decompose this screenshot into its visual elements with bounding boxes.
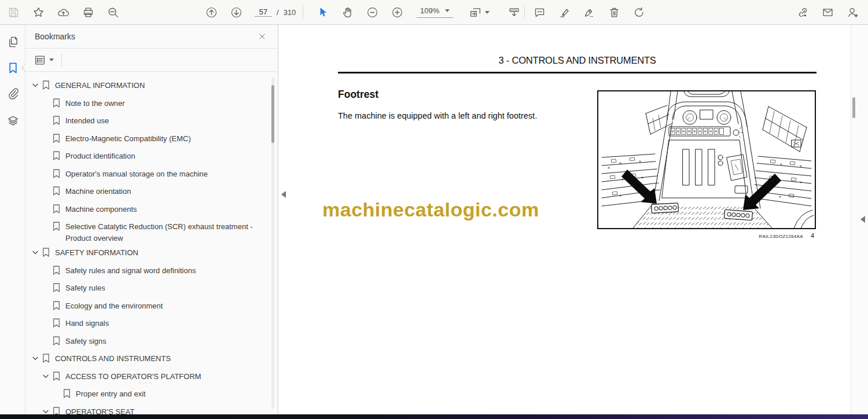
bookmark-item[interactable]: Safety rules and signal word definitions bbox=[25, 262, 270, 280]
cloud-upload-button[interactable] bbox=[53, 2, 73, 22]
bookmarks-scrollbar-thumb[interactable] bbox=[271, 85, 274, 143]
bookmarks-title: Bookmarks bbox=[35, 32, 75, 41]
bookmark-item[interactable]: Machine components bbox=[25, 201, 270, 219]
page-thumbnails-tab[interactable] bbox=[4, 33, 21, 50]
delete-button[interactable] bbox=[604, 2, 624, 22]
page-down-icon bbox=[230, 6, 242, 19]
chevron-down-icon bbox=[485, 11, 490, 14]
attachments-tab[interactable] bbox=[4, 84, 21, 102]
bookmark-item[interactable]: OPERATOR'S SEAT bbox=[25, 403, 270, 415]
sign-button[interactable] bbox=[579, 2, 599, 22]
bookmark-item[interactable]: Note to the owner bbox=[25, 95, 270, 113]
select-tool-button[interactable] bbox=[312, 2, 332, 22]
dozer-platform-drawing bbox=[597, 90, 816, 229]
star-button[interactable] bbox=[28, 2, 48, 22]
pdf-viewer-window: / 310 bbox=[0, 0, 868, 419]
collapse-bookmarks-arrow[interactable] bbox=[281, 191, 286, 198]
expand-tools-panel-arrow[interactable] bbox=[860, 216, 865, 223]
expand-chevron-icon[interactable] bbox=[43, 410, 53, 414]
previous-page-button[interactable] bbox=[201, 2, 221, 22]
fit-width-icon bbox=[469, 6, 481, 19]
bookmark-item[interactable]: Safety rules bbox=[25, 280, 270, 297]
bookmark-icon bbox=[53, 318, 60, 328]
bookmark-icon bbox=[63, 389, 71, 398]
taskbar[interactable] bbox=[0, 414, 868, 419]
bookmark-icon bbox=[42, 248, 50, 257]
search-button[interactable] bbox=[103, 2, 123, 22]
bookmark-options-button[interactable] bbox=[34, 54, 54, 67]
paperclip-icon bbox=[6, 87, 20, 100]
expand-chevron-icon[interactable] bbox=[32, 251, 42, 255]
bookmark-icon bbox=[53, 116, 60, 125]
bookmark-item[interactable]: Product identification bbox=[25, 148, 270, 166]
bookmark-label: ACCESS TO OPERATOR'S PLATFORM bbox=[65, 368, 201, 383]
bookmark-icon bbox=[6, 61, 20, 75]
expand-chevron-icon[interactable] bbox=[32, 356, 42, 361]
print-button[interactable] bbox=[78, 2, 98, 22]
share-link-button[interactable] bbox=[793, 2, 812, 22]
bookmark-item[interactable]: CONTROLS AND INSTRUMENTS bbox=[25, 350, 270, 368]
save-button[interactable] bbox=[3, 2, 23, 22]
comment-button[interactable] bbox=[529, 2, 549, 22]
page-separator: / bbox=[277, 8, 279, 17]
toolbar-nav-group: / 310 bbox=[201, 0, 296, 24]
layers-icon bbox=[6, 115, 20, 128]
bookmark-icon bbox=[53, 336, 60, 346]
bookmark-item[interactable]: Safety signs bbox=[25, 333, 270, 351]
bookmark-item[interactable]: Selective Catalytic Reduction (SCR) exha… bbox=[25, 218, 270, 244]
zoom-level-control[interactable]: 109% bbox=[417, 6, 453, 18]
bookmark-item[interactable]: ACCESS TO OPERATOR'S PLATFORM bbox=[25, 368, 270, 386]
bookmark-icon bbox=[53, 169, 60, 178]
hand-tool-button[interactable] bbox=[337, 2, 357, 22]
fit-width-button[interactable] bbox=[464, 2, 494, 22]
bookmark-label: Safety rules bbox=[65, 280, 105, 294]
toolbar-view-group: 109% bbox=[312, 0, 524, 24]
bookmark-item[interactable]: Machine orientation bbox=[25, 183, 270, 201]
bookmark-icon bbox=[53, 151, 60, 160]
toolbar-divider bbox=[303, 5, 303, 19]
highlight-button[interactable] bbox=[554, 2, 574, 22]
bookmarks-tab[interactable] bbox=[4, 59, 21, 76]
layers-tab[interactable] bbox=[4, 112, 21, 130]
add-person-button[interactable] bbox=[843, 2, 862, 22]
bookmark-item[interactable]: GENERAL INFORMATION bbox=[25, 77, 270, 95]
bookmark-item[interactable]: Electro-Magnetic Compatibility (EMC) bbox=[25, 130, 270, 148]
bookmark-label: Selective Catalytic Reduction (SCR) exha… bbox=[65, 218, 263, 244]
search-icon bbox=[107, 6, 119, 19]
main-area: Bookmarks bbox=[0, 25, 868, 414]
next-page-button[interactable] bbox=[226, 2, 246, 22]
bookmark-item[interactable]: Proper entry and exit bbox=[25, 385, 270, 403]
bookmark-icon bbox=[42, 354, 50, 363]
right-panel-strip bbox=[851, 25, 868, 414]
chevron-down-icon bbox=[49, 58, 54, 61]
section-body-text: The machine is equipped with a left and … bbox=[338, 111, 537, 120]
expand-chevron-icon[interactable] bbox=[32, 83, 42, 87]
close-panel-button[interactable] bbox=[255, 29, 270, 44]
bookmark-item[interactable]: Intended use bbox=[25, 112, 270, 130]
bookmarks-header: Bookmarks bbox=[25, 25, 278, 49]
chevron-down-icon bbox=[445, 9, 450, 12]
expand-chevron-icon[interactable] bbox=[43, 374, 53, 378]
page-number-input[interactable] bbox=[255, 8, 272, 17]
toolbar: / 310 bbox=[0, 0, 868, 25]
bookmark-item[interactable]: SAFETY INFORMATION bbox=[25, 244, 270, 262]
restore-button[interactable] bbox=[629, 2, 649, 22]
bookmark-icon bbox=[53, 266, 60, 275]
bookmark-item[interactable]: Hand signals bbox=[25, 315, 270, 333]
bookmark-icon bbox=[53, 134, 60, 143]
signature-pen-icon bbox=[583, 6, 595, 19]
bookmark-icon bbox=[53, 98, 60, 108]
list-options-icon bbox=[34, 54, 46, 67]
bookmark-item[interactable]: Operator's manual storage on the machine bbox=[25, 166, 270, 183]
bookmark-label: Safety signs bbox=[65, 333, 106, 347]
bookmark-icon bbox=[53, 372, 60, 381]
zoom-out-button[interactable] bbox=[362, 2, 382, 22]
zoom-in-button[interactable] bbox=[387, 2, 407, 22]
toolbar-divider bbox=[524, 5, 525, 19]
bookmark-item[interactable]: Ecology and the environment bbox=[25, 297, 270, 315]
page-scroll-button[interactable] bbox=[504, 2, 524, 22]
hand-icon bbox=[341, 6, 354, 19]
bookmark-label: OPERATOR'S SEAT bbox=[65, 403, 135, 415]
email-button[interactable] bbox=[818, 2, 837, 22]
document-scrollbar-thumb[interactable] bbox=[852, 97, 855, 118]
